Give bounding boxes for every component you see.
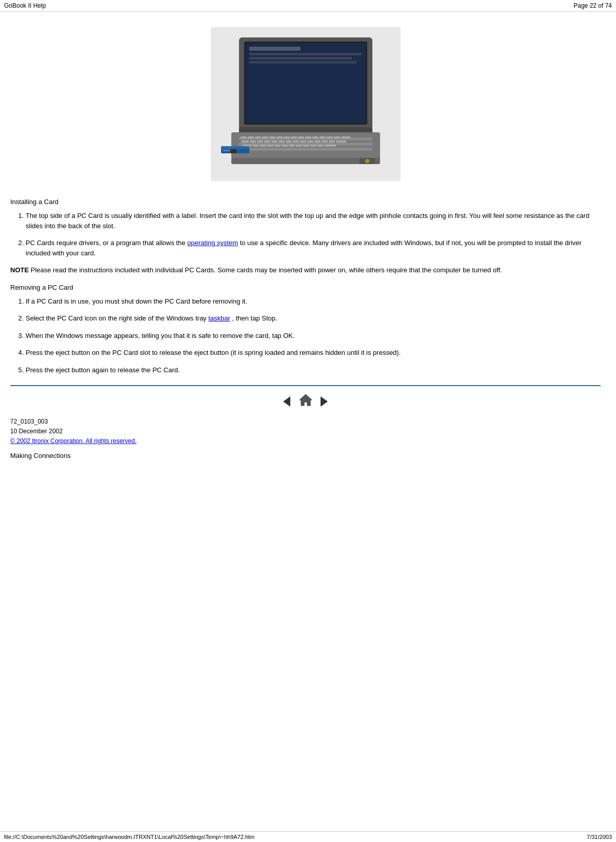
- svg-rect-48: [289, 145, 295, 147]
- nav-next-button[interactable]: [321, 395, 328, 407]
- svg-rect-38: [314, 141, 321, 143]
- svg-rect-16: [262, 136, 268, 138]
- operating-system-link[interactable]: operating system: [187, 239, 238, 247]
- svg-rect-44: [260, 145, 266, 147]
- installing-step-2-before: PC Cards require drivers, or a program t…: [26, 239, 187, 247]
- nav-icons-container: [10, 393, 601, 410]
- prev-arrow-icon: [283, 396, 290, 407]
- svg-rect-50: [303, 145, 309, 147]
- removing-step-4: Press the eject button on the PC Card sl…: [26, 348, 601, 358]
- removing-step-4-text: Press the eject button on the PC Card sl…: [26, 349, 401, 356]
- app-title: GoBook II Help: [4, 2, 46, 9]
- copyright-line: © 2002 Itronix Corporation. All rights r…: [10, 436, 601, 446]
- installing-card-heading: Installing a Card: [10, 198, 601, 206]
- section-divider: [10, 385, 601, 386]
- svg-rect-29: [250, 141, 256, 143]
- svg-rect-27: [341, 136, 350, 138]
- svg-rect-14: [248, 136, 254, 138]
- svg-rect-39: [322, 141, 328, 143]
- copyright-link[interactable]: © 2002 Itronix Corporation. All rights r…: [10, 437, 136, 445]
- removing-step-3: When the Windows message appears, tellin…: [26, 331, 601, 341]
- svg-rect-24: [320, 136, 326, 138]
- removing-step-5-text: Press the eject button again to release …: [26, 366, 180, 374]
- note-text: Please read the instructions included wi…: [29, 266, 502, 274]
- removing-step-3-text: When the Windows message appears, tellin…: [26, 332, 295, 339]
- doc-id: 72_0103_003: [10, 417, 601, 427]
- removing-steps-list: If a PC Card is in use, you must shut do…: [26, 296, 601, 375]
- svg-rect-47: [282, 145, 288, 147]
- home-icon: [299, 393, 313, 407]
- svg-point-60: [365, 159, 369, 163]
- installing-steps-list: The top side of a PC Card is usually ide…: [26, 211, 601, 258]
- svg-rect-21: [298, 136, 304, 138]
- note-label: NOTE: [10, 266, 29, 274]
- svg-rect-19: [284, 136, 290, 138]
- removing-step-2-after: , then tap Stop.: [230, 314, 277, 322]
- svg-rect-23: [312, 136, 319, 138]
- page-info: Page 22 of 74: [573, 2, 612, 9]
- svg-rect-17: [269, 136, 275, 138]
- laptop-image: SanDisk: [211, 27, 401, 181]
- footer-info: 72_0103_003 10 December 2002 © 2002 Itro…: [10, 417, 601, 447]
- svg-rect-32: [271, 141, 277, 143]
- svg-rect-28: [242, 141, 249, 143]
- svg-rect-15: [255, 136, 261, 138]
- nav-home-button[interactable]: [299, 393, 313, 410]
- svg-rect-41: [336, 141, 346, 143]
- removing-step-2-before: Select the PC Card icon on the right sid…: [26, 314, 208, 322]
- svg-rect-6: [249, 57, 352, 59]
- svg-rect-51: [310, 145, 316, 147]
- removing-step-5: Press the eject button again to release …: [26, 365, 601, 375]
- laptop-image-container: SanDisk: [10, 27, 601, 183]
- note-block: NOTE Please read the instructions includ…: [10, 265, 601, 275]
- svg-rect-45: [267, 145, 273, 147]
- taskbar-link[interactable]: taskbar: [208, 314, 230, 322]
- installing-step-1-text: The top side of a PC Card is usually ide…: [26, 212, 589, 230]
- svg-rect-4: [249, 47, 301, 51]
- removing-step-1-text: If a PC Card is in use, you must shut do…: [26, 297, 247, 305]
- svg-rect-12: [239, 148, 372, 151]
- svg-rect-5: [249, 53, 362, 55]
- svg-rect-58: [231, 158, 380, 164]
- svg-rect-49: [296, 145, 302, 147]
- svg-rect-34: [286, 141, 292, 143]
- removing-step-2: Select the PC Card icon on the right sid…: [26, 313, 601, 324]
- date-accessed: 7/31/2003: [587, 834, 612, 840]
- installing-step-2: PC Cards require drivers, or a program t…: [26, 238, 601, 258]
- svg-rect-33: [279, 141, 285, 143]
- svg-rect-13: [241, 136, 247, 138]
- svg-rect-7: [249, 61, 357, 64]
- svg-rect-18: [276, 136, 283, 138]
- top-bar: GoBook II Help Page 22 of 74: [0, 0, 616, 12]
- installing-step-1: The top side of a PC Card is usually ide…: [26, 211, 601, 231]
- svg-rect-36: [300, 141, 306, 143]
- svg-marker-61: [300, 394, 312, 406]
- svg-rect-43: [253, 145, 259, 147]
- svg-rect-52: [317, 145, 324, 147]
- file-path: file://C:\Documents%20and%20Settings\har…: [4, 834, 254, 840]
- bottom-bar: file://C:\Documents%20and%20Settings\har…: [0, 831, 616, 842]
- svg-rect-37: [307, 141, 313, 143]
- removing-card-heading: Removing a PC Card: [10, 284, 601, 291]
- doc-date: 10 December 2002: [10, 427, 601, 436]
- svg-rect-46: [274, 145, 281, 147]
- svg-rect-25: [327, 136, 333, 138]
- removing-step-1: If a PC Card is in use, you must shut do…: [26, 296, 601, 307]
- svg-rect-20: [291, 136, 297, 138]
- svg-rect-35: [293, 141, 299, 143]
- svg-rect-53: [325, 145, 336, 147]
- svg-rect-22: [305, 136, 311, 138]
- svg-rect-30: [257, 141, 263, 143]
- next-arrow-icon: [321, 396, 328, 407]
- nav-prev-button[interactable]: [283, 395, 290, 407]
- svg-rect-40: [329, 141, 335, 143]
- svg-rect-26: [334, 136, 340, 138]
- content-area: SanDisk Installing a Card The top side o…: [0, 12, 616, 465]
- svg-rect-57: [230, 149, 236, 153]
- making-connections-text: Making Connections: [10, 452, 601, 459]
- svg-rect-31: [264, 141, 270, 143]
